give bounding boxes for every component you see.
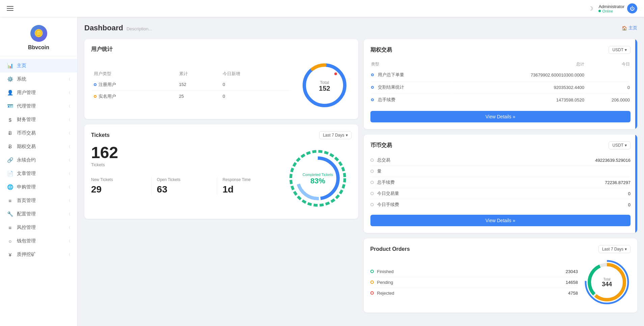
nav-label-config: 配置管理 — [17, 211, 36, 217]
order-name: Rejected — [377, 291, 568, 296]
nav-label-finance: 财务管理 — [17, 117, 36, 123]
nav-item-left: Ƀ 期权交易 — [7, 143, 36, 150]
logo-name: Bbvcoin — [28, 45, 49, 51]
nav-label-wallet: 钱包管理 — [17, 238, 36, 244]
finance-icon: $ — [7, 116, 13, 123]
theme-toggle-icon[interactable]: ☽ — [588, 5, 593, 12]
futures-total-cell: 92035302.4400 — [453, 81, 584, 93]
coin-value: 49223639.529016 — [595, 158, 631, 163]
coin-name: 总手续费 — [377, 179, 605, 185]
sidebar-item-user-mgmt[interactable]: 👤 用户管理 〈 — [0, 86, 77, 99]
user-stats-table: 用户类型 累计 今日新增 注册用户 152 0 实名用户 25 0 — [91, 69, 291, 102]
nav-label-system: 系统 — [17, 76, 26, 82]
tickets-donut: Completed Tickets 83% — [284, 145, 352, 212]
col-type: 用户类型 — [91, 69, 176, 79]
tickets-stats: New Tickets 29 Open Tickets 63 Response … — [91, 177, 277, 195]
tickets-content: 162 Tickets New Tickets 29 Open Tickets … — [91, 145, 352, 212]
user-stats-header: 用户统计 — [91, 46, 352, 53]
sidebar-item-config[interactable]: 🔧 配置管理 〈 — [0, 207, 77, 221]
sidebar-item-agent-mgmt[interactable]: 🪪 代理管理 〈 — [0, 99, 77, 113]
chevron-down-icon: ▾ — [346, 133, 348, 138]
sidebar-item-perpetual[interactable]: 🔗 永续合约 〈 — [0, 153, 77, 167]
coin-title: 币币交易 — [370, 142, 392, 149]
wallet-icon: ○ — [7, 238, 13, 244]
agent-mgmt-icon: 🪪 — [7, 103, 13, 110]
list-item: 今日交易量 0 — [370, 188, 631, 199]
tickets-stat-1: Open Tickets 63 — [151, 177, 217, 195]
config-icon: 🔧 — [7, 211, 13, 217]
tickets-stat-0: New Tickets 29 — [91, 177, 151, 195]
order-dot-icon — [370, 270, 374, 273]
accent-bar — [635, 39, 637, 129]
sidebar-logo: 🪙 Bbvcoin — [0, 17, 77, 56]
list-item: 今日手续费 0 — [370, 199, 631, 210]
order-dot-icon — [370, 280, 374, 284]
user-details: Administrator Online — [598, 4, 624, 13]
sidebar-item-finance[interactable]: $ 财务管理 〈 — [0, 113, 77, 126]
coin-dot-icon — [370, 203, 374, 206]
coin-trade-icon: Ƀ — [7, 130, 13, 137]
tickets-card: Tickets Last 7 Days ▾ 162 Tickets New Ti… — [84, 124, 358, 219]
logo-icon: 🪙 — [30, 25, 47, 42]
power-button[interactable]: ⏻ — [627, 3, 637, 13]
sidebar-item-article[interactable]: 📄 文章管理 〈 — [0, 167, 77, 180]
user-type-cell: 实名用户 — [91, 90, 176, 102]
sidebar-item-mining[interactable]: ¥ 质押挖矿 〈 — [0, 248, 77, 261]
page-title-wrap: Dashboard Description... — [84, 24, 152, 32]
coin-header: 币币交易 USDT ▾ — [370, 141, 631, 149]
nav-item-left: 📊 主页 — [7, 62, 26, 69]
chevron-down-icon: ▾ — [625, 247, 627, 251]
user-stats-title: 用户统计 — [91, 46, 113, 53]
orders-header: Product Orders Last 7 Days ▾ — [370, 245, 631, 253]
user-total-cell: 25 — [176, 90, 220, 102]
coin-filter[interactable]: USDT ▾ — [609, 141, 631, 149]
nav-arrow-home-mgmt: 〈 — [67, 198, 71, 203]
product-orders-card: Product Orders Last 7 Days ▾ Finished 23… — [364, 238, 638, 313]
order-name: Pending — [377, 280, 566, 285]
sidebar-item-risk[interactable]: ≡ 风控管理 〈 — [0, 221, 77, 234]
sidebar-item-wallet[interactable]: ○ 钱包管理 〈 — [0, 234, 77, 248]
sidebar-item-system[interactable]: ⚙️ 系统 〈 — [0, 72, 77, 86]
user-status: Online — [598, 9, 624, 13]
tickets-filter[interactable]: Last 7 Days ▾ — [319, 131, 351, 139]
svg-text:Completed Tickets: Completed Tickets — [302, 173, 333, 177]
sidebar-item-ieo[interactable]: 🌐 申购管理 〈 — [0, 180, 77, 194]
page-description: Description... — [127, 26, 152, 31]
list-item: Finished 23043 — [370, 266, 578, 277]
stat-value: 1d — [223, 184, 277, 195]
nav-item-left: 🪪 代理管理 — [7, 103, 36, 110]
stat-label: Response Time — [223, 177, 277, 182]
stat-value: 63 — [157, 184, 212, 195]
list-item: 量 — [370, 166, 631, 177]
home-icon: 🏠 — [622, 26, 627, 31]
sidebar-item-coin-trade[interactable]: Ƀ 币币交易 〈 — [0, 126, 77, 140]
perpetual-icon: 🔗 — [7, 157, 13, 164]
sidebar-item-home-mgmt[interactable]: ≡ 首页管理 〈 — [0, 194, 77, 207]
futures-label-cell: 用户总下单量 — [371, 69, 452, 81]
home-breadcrumb[interactable]: 🏠 主页 — [622, 25, 637, 31]
coin-dot-icon — [370, 192, 374, 195]
accent-bar-coin — [635, 135, 637, 233]
table-row: 注册用户 152 0 — [91, 79, 291, 91]
user-dot-icon — [94, 95, 96, 98]
user-mgmt-icon: 👤 — [7, 89, 13, 96]
hamburger-menu[interactable] — [7, 6, 13, 11]
sidebar: 🪙 Bbvcoin 📊 主页 ⚙️ 系统 〈 👤 用户管理 〈 🪪 代理管理 〈… — [0, 17, 78, 326]
chevron-down-icon: ▾ — [625, 48, 627, 52]
sidebar-item-home[interactable]: 📊 主页 — [0, 59, 77, 72]
nav-item-left: ○ 钱包管理 — [7, 238, 36, 244]
user-type-cell: 注册用户 — [91, 79, 176, 91]
order-count: 23043 — [566, 269, 578, 274]
nav-label-agent-mgmt: 代理管理 — [17, 103, 36, 109]
coin-view-details-button[interactable]: View Details » — [370, 215, 631, 226]
nav-item-left: 👤 用户管理 — [7, 89, 36, 96]
sidebar-item-futures[interactable]: Ƀ 期权交易 〈 — [0, 140, 77, 153]
nav-item-left: 🔧 配置管理 — [7, 211, 36, 217]
nav-arrow-futures: 〈 — [67, 144, 71, 149]
futures-filter[interactable]: USDT ▾ — [609, 46, 631, 54]
futures-view-details-button[interactable]: View Details » — [370, 111, 631, 122]
nav-label-futures: 期权交易 — [17, 144, 36, 150]
tickets-label: Tickets — [91, 162, 277, 167]
coin-dot-icon — [370, 158, 374, 162]
orders-filter[interactable]: Last 7 Days ▾ — [598, 245, 631, 253]
